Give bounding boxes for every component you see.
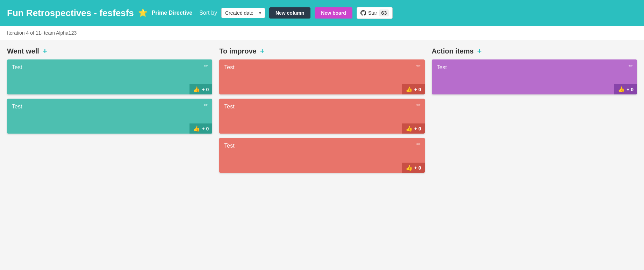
github-star-button[interactable]: Star 63 (357, 7, 393, 19)
vote-button[interactable]: 👍+ 0 (402, 84, 425, 94)
column-to-improve: To improve+Test✏👍+ 0Test✏👍+ 0Test✏👍+ 0 (219, 47, 424, 177)
card: Test✏👍+ 0 (219, 138, 424, 173)
card-text: Test (437, 64, 447, 70)
sub-header: Iteration 4 of 11- team Alpha123 (0, 26, 644, 40)
thumbs-up-icon: 👍 (193, 125, 200, 132)
app-title: Fun Retrospectives - fesfesfs (7, 8, 134, 19)
edit-icon[interactable]: ✏ (629, 63, 633, 69)
star-count: 63 (379, 9, 389, 16)
edit-icon[interactable]: ✏ (416, 102, 421, 108)
vote-count: + 0 (414, 87, 421, 92)
vote-count: + 0 (627, 87, 634, 92)
new-board-button[interactable]: New board (315, 7, 352, 19)
card: Test✏👍+ 0 (219, 59, 424, 94)
vote-button[interactable]: 👍+ 0 (189, 123, 212, 134)
star-label: Star (368, 10, 377, 16)
thumbs-up-icon: 👍 (406, 164, 413, 171)
card: Test✏👍+ 0 (219, 99, 424, 134)
card-text: Test (12, 64, 22, 70)
iteration-label: Iteration 4 of 11- team Alpha123 (7, 30, 77, 36)
vote-count: + 0 (202, 87, 209, 92)
prime-directive-label: Prime Directive (152, 10, 193, 16)
card-text: Test (224, 143, 234, 149)
column-add-button-went-well[interactable]: + (43, 48, 47, 55)
card-text: Test (224, 104, 234, 109)
vote-button[interactable]: 👍+ 0 (189, 84, 212, 94)
card: Test✏👍+ 0 (7, 99, 212, 134)
vote-button[interactable]: 👍+ 0 (614, 84, 637, 94)
thumbs-up-icon: 👍 (193, 86, 200, 93)
column-header-action-items: Action items+ (432, 47, 637, 55)
column-action-items: Action items+Test✏👍+ 0 (432, 47, 637, 99)
board: Went well+Test✏👍+ 0Test✏👍+ 0To improve+T… (0, 40, 644, 184)
column-add-button-action-items[interactable]: + (477, 48, 482, 55)
column-header-to-improve: To improve+ (219, 47, 424, 55)
edit-icon[interactable]: ✏ (416, 63, 421, 69)
column-header-went-well: Went well+ (7, 47, 212, 55)
edit-icon[interactable]: ✏ (416, 141, 421, 147)
card-text: Test (12, 104, 22, 109)
sort-select[interactable]: Created date Votes Alphabetical (221, 8, 265, 18)
vote-count: + 0 (414, 126, 421, 132)
column-add-button-to-improve[interactable]: + (260, 48, 265, 55)
edit-icon[interactable]: ✏ (204, 102, 208, 108)
edit-icon[interactable]: ✏ (204, 63, 208, 69)
vote-button[interactable]: 👍+ 0 (402, 163, 425, 173)
column-title-to-improve: To improve (219, 47, 256, 55)
new-column-button[interactable]: New column (269, 7, 310, 19)
github-icon (360, 10, 366, 16)
vote-count: + 0 (414, 165, 421, 171)
star-icon: ⭐ (138, 8, 148, 17)
thumbs-up-icon: 👍 (618, 86, 625, 93)
column-went-well: Went well+Test✏👍+ 0Test✏👍+ 0 (7, 47, 212, 138)
vote-button[interactable]: 👍+ 0 (402, 123, 425, 134)
app-header: Fun Retrospectives - fesfesfs ⭐ Prime Di… (0, 0, 644, 26)
column-title-went-well: Went well (7, 47, 39, 55)
vote-count: + 0 (202, 126, 209, 132)
card: Test✏👍+ 0 (7, 59, 212, 94)
thumbs-up-icon: 👍 (406, 86, 413, 93)
column-title-action-items: Action items (432, 47, 474, 55)
card-text: Test (224, 64, 234, 70)
card: Test✏👍+ 0 (432, 59, 637, 94)
sort-by-label: Sort by (199, 10, 217, 16)
thumbs-up-icon: 👍 (406, 125, 413, 132)
sort-select-wrapper: Created date Votes Alphabetical ▼ (221, 8, 265, 18)
